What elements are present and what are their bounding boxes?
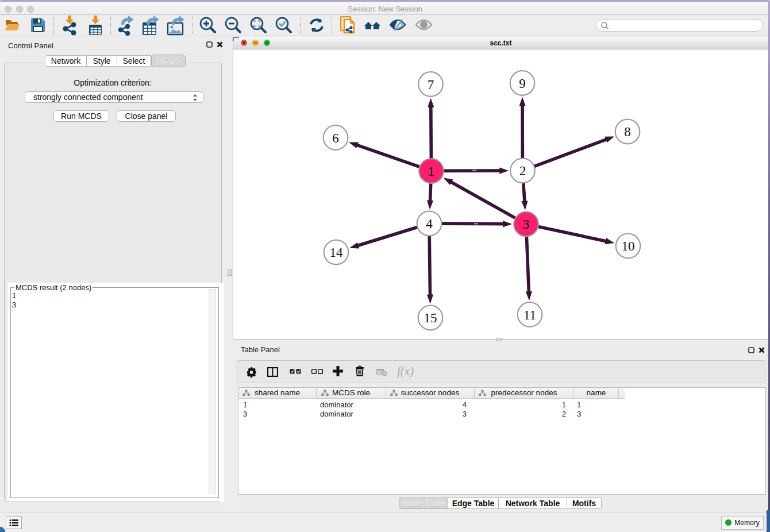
- svg-text:3: 3: [523, 217, 530, 232]
- svg-text:7: 7: [428, 78, 434, 92]
- svg-text:9: 9: [519, 76, 526, 91]
- svg-text:11: 11: [523, 308, 536, 322]
- svg-text:15: 15: [424, 311, 437, 325]
- svg-text:14: 14: [330, 245, 344, 260]
- svg-text:6: 6: [332, 131, 339, 145]
- svg-text:8: 8: [624, 125, 631, 139]
- svg-text:2: 2: [519, 164, 526, 178]
- svg-text:4: 4: [426, 217, 433, 231]
- svg-text:10: 10: [622, 239, 635, 253]
- svg-text:1: 1: [428, 164, 435, 179]
